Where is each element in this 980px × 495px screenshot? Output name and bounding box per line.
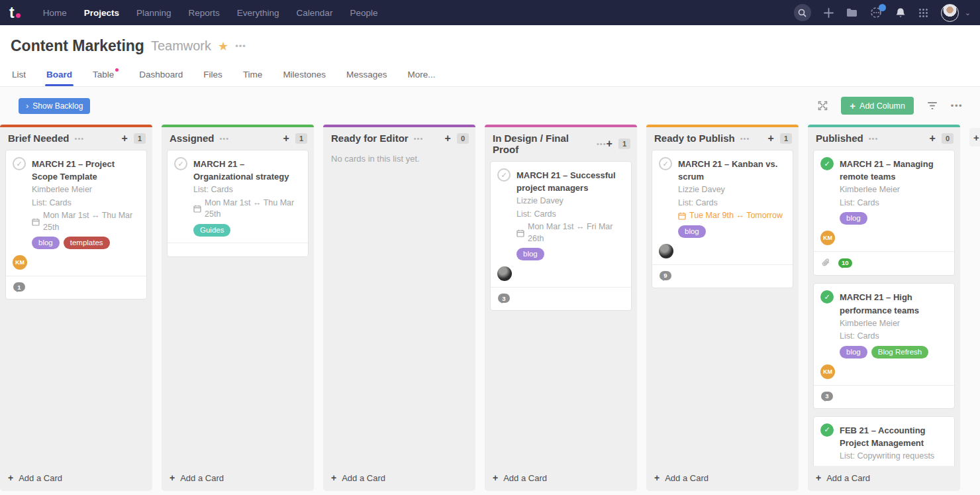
comment-count-bubble[interactable]: 10	[838, 258, 852, 268]
card-date-text: Mon Mar 1st ↔ Fri Mar 26th	[528, 221, 624, 245]
add-card-button[interactable]: +Add a Card	[485, 466, 637, 491]
tab-dashboard[interactable]: Dashboard	[138, 64, 184, 86]
bell-icon[interactable]	[895, 7, 906, 19]
search-circle	[794, 4, 811, 21]
nav-item-everything[interactable]: Everything	[230, 2, 286, 24]
title-more-icon[interactable]: •••	[235, 41, 246, 51]
task-card[interactable]: ✓FEB 21 – Accounting Project ManagementL…	[813, 416, 955, 466]
chevron-down-icon[interactable]: ⌄	[965, 9, 971, 17]
check-done-icon[interactable]: ✓	[820, 423, 834, 437]
check-open-icon[interactable]: ✓	[659, 157, 672, 170]
column-header: Brief Needed•••+1	[0, 127, 152, 146]
folder-icon[interactable]	[846, 8, 858, 17]
tab-time[interactable]: Time	[242, 64, 264, 86]
tag-blog[interactable]: blog	[840, 346, 867, 358]
column-cards: ✓MARCH 21 – Successful project managersL…	[485, 158, 637, 466]
check-open-icon[interactable]: ✓	[174, 157, 187, 170]
plus-icon[interactable]	[824, 8, 834, 18]
column-count-badge: 0	[942, 133, 954, 144]
tab-board[interactable]: Board	[45, 64, 74, 86]
column-add-icon[interactable]: +	[122, 133, 128, 144]
expand-board-icon[interactable]	[818, 101, 828, 111]
column-title: Published	[816, 133, 863, 144]
apps-grid-icon[interactable]	[918, 8, 928, 18]
check-done-icon[interactable]: ✓	[820, 290, 834, 303]
tab-files[interactable]: Files	[202, 64, 224, 86]
card-assignee: Kimberlee Meier	[840, 184, 948, 196]
column-title: Assigned	[170, 133, 215, 144]
card-date-text: Mon Mar 1st ↔ Thu Mar 25th	[43, 210, 140, 233]
tag-guides[interactable]: Guides	[193, 224, 230, 237]
card-meta: List: Copywriting requests	[820, 451, 948, 463]
add-card-button[interactable]: +Add a Card	[646, 466, 799, 491]
card-date: Mon Mar 1st ↔ Thu Mar 25th	[193, 197, 301, 221]
column-more-icon[interactable]: •••	[75, 135, 85, 142]
tab-milestones[interactable]: Milestones	[281, 64, 327, 86]
tag-blog[interactable]: blog	[678, 225, 706, 238]
add-card-button[interactable]: +Add a Card	[808, 466, 960, 491]
column-more-icon[interactable]: •••	[597, 140, 607, 148]
check-open-icon[interactable]: ✓	[497, 168, 511, 182]
add-column-button[interactable]: + Add Column	[841, 97, 914, 115]
add-card-button[interactable]: +Add a Card	[162, 466, 314, 491]
filter-icon[interactable]	[927, 101, 938, 110]
add-card-button[interactable]: +Add a Card	[323, 466, 475, 491]
comment-count-bubble[interactable]: 9	[660, 271, 671, 280]
nav-item-projects[interactable]: Projects	[77, 2, 126, 24]
add-card-button[interactable]: +Add a Card	[0, 466, 152, 491]
column-more-icon[interactable]: •••	[869, 135, 879, 142]
column-add-icon[interactable]: +	[283, 133, 289, 144]
task-card[interactable]: ✓MARCH 21 – Successful project managersL…	[490, 161, 632, 311]
column-more-icon[interactable]: •••	[740, 135, 750, 142]
column-add-icon[interactable]: +	[768, 133, 774, 144]
card-footer: 10	[820, 252, 948, 272]
nav-item-people[interactable]: People	[343, 2, 384, 24]
tag-blog-refresh[interactable]: Blog Refresh	[871, 346, 928, 358]
column-header: Assigned•••+1	[162, 127, 314, 146]
add-card-label: Add a Card	[342, 473, 385, 483]
card-avatar-row: KM	[13, 255, 140, 270]
tag-templates[interactable]: templates	[64, 237, 110, 249]
nav-item-reports[interactable]: Reports	[182, 2, 226, 24]
column-add-icon[interactable]: +	[445, 133, 451, 144]
column-more-icon[interactable]: •••	[414, 135, 424, 142]
task-card[interactable]: ✓MARCH 21 – Organizational strategyList:…	[167, 150, 309, 257]
chat-icon[interactable]	[870, 7, 883, 19]
card-footer: 1	[13, 276, 140, 296]
teamwork-logo[interactable]: t	[9, 5, 21, 21]
nav-item-home[interactable]: Home	[36, 2, 74, 24]
plus-icon: +	[170, 472, 175, 483]
column-more-icon[interactable]: •••	[220, 135, 230, 142]
search-icon[interactable]	[794, 4, 811, 21]
task-card[interactable]: ✓MARCH 21 – High performance teamsKimber…	[813, 283, 955, 408]
check-open-icon[interactable]: ✓	[13, 157, 26, 170]
user-avatar[interactable]	[941, 4, 959, 22]
column-add-icon[interactable]: +	[930, 133, 936, 144]
tab-more[interactable]: More...	[406, 64, 436, 86]
tab-list[interactable]: List	[11, 64, 27, 86]
board-more-icon[interactable]: •••	[951, 101, 963, 111]
nav-item-calendar[interactable]: Calendar	[290, 2, 340, 24]
card-meta: Kimberlee MeierList: Cards	[820, 184, 948, 209]
tab-messages[interactable]: Messages	[345, 64, 389, 86]
card-footer: 9	[659, 265, 786, 285]
add-column-label: Add Column	[859, 101, 905, 111]
nav-item-planning[interactable]: Planning	[130, 2, 178, 24]
tab-table[interactable]: Table	[91, 64, 120, 86]
assignee-avatar	[497, 266, 512, 281]
check-done-icon[interactable]: ✓	[820, 157, 834, 170]
column-add-icon[interactable]: +	[607, 138, 612, 149]
tag-blog[interactable]: blog	[32, 237, 60, 249]
show-backlog-button[interactable]: › Show Backlog	[19, 98, 90, 114]
card-footer: 3	[497, 288, 624, 307]
task-card[interactable]: ✓MARCH 21 – Kanban vs. scrumLizzie Davey…	[652, 150, 793, 288]
task-card[interactable]: ✓MARCH 21 – Project Scope TemplateKimber…	[5, 150, 147, 300]
comment-count-bubble[interactable]: 3	[821, 392, 833, 401]
comment-count-bubble[interactable]: 3	[498, 294, 510, 303]
tag-blog[interactable]: blog	[840, 212, 867, 225]
calendar-icon	[193, 205, 201, 213]
tag-blog[interactable]: blog	[516, 248, 544, 260]
task-card[interactable]: ✓MARCH 21 – Managing remote teamsKimberl…	[813, 150, 955, 276]
comment-count-bubble[interactable]: 1	[13, 282, 25, 292]
star-icon[interactable]: ★	[218, 39, 228, 54]
